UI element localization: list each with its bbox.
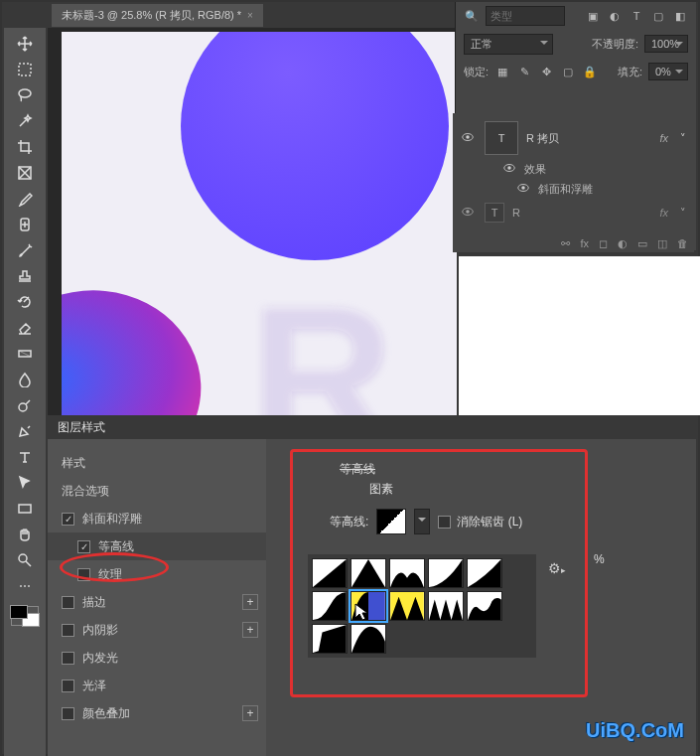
blur-tool[interactable]: [7, 368, 43, 391]
crop-tool[interactable]: [7, 135, 43, 159]
healing-tool[interactable]: [7, 213, 43, 236]
frame-tool[interactable]: [7, 161, 43, 185]
preset-cone[interactable]: [350, 558, 386, 588]
checkbox[interactable]: [62, 513, 74, 526]
checkbox[interactable]: [62, 680, 74, 692]
preset-ring[interactable]: [389, 591, 425, 621]
lock-position-icon[interactable]: ✎: [516, 64, 532, 79]
hand-tool[interactable]: [7, 523, 43, 546]
layer-name: R 拷贝: [526, 131, 559, 146]
layer-row[interactable]: T R fx ˅: [453, 199, 694, 227]
move-tool[interactable]: [7, 32, 43, 56]
preset-cone-inv[interactable]: [389, 558, 425, 588]
history-brush-tool[interactable]: [7, 290, 43, 314]
preset-cove-deep[interactable]: [428, 558, 464, 588]
contour-preview[interactable]: [376, 509, 406, 534]
style-item-contour[interactable]: 等高线: [48, 532, 266, 560]
mask-icon[interactable]: ◻: [599, 237, 608, 250]
rectangle-tool[interactable]: [7, 497, 43, 521]
fx-badge[interactable]: fx: [659, 207, 668, 219]
document-tab[interactable]: 未标题-3 @ 25.8% (R 拷贝, RGB/8) * ×: [52, 4, 263, 27]
document-canvas[interactable]: R: [62, 32, 457, 415]
lock-move-icon[interactable]: ✥: [538, 64, 554, 79]
zoom-tool[interactable]: [7, 548, 43, 572]
dodge-tool[interactable]: [7, 393, 43, 417]
contour-dropdown[interactable]: [414, 509, 430, 534]
tab-title: 未标题-3 @ 25.8% (R 拷贝, RGB/8) *: [62, 8, 241, 23]
style-item-blend[interactable]: 混合选项: [48, 477, 266, 505]
preset-gaussian[interactable]: [312, 591, 348, 621]
filter-image-icon[interactable]: ▣: [585, 8, 601, 24]
color-swatch[interactable]: [11, 606, 39, 626]
plus-icon[interactable]: +: [242, 705, 258, 721]
visibility-icon[interactable]: [516, 181, 532, 197]
plus-icon[interactable]: +: [242, 594, 258, 610]
type-tool[interactable]: [7, 445, 43, 469]
eyedropper-tool[interactable]: [7, 187, 43, 211]
path-select-tool[interactable]: [7, 471, 43, 495]
collapse-icon[interactable]: ˅: [680, 132, 686, 145]
eraser-tool[interactable]: [7, 316, 43, 340]
checkbox[interactable]: [77, 540, 90, 553]
layer-filter-input[interactable]: [486, 6, 565, 26]
stamp-tool[interactable]: [7, 264, 43, 288]
preset-cove-shallow[interactable]: [467, 558, 502, 588]
checkbox[interactable]: [62, 596, 74, 609]
lasso-tool[interactable]: [7, 83, 43, 107]
lock-all-icon[interactable]: 🔒: [582, 64, 598, 79]
preset-sawtooth[interactable]: [350, 624, 386, 654]
effect-bevel-row[interactable]: 斜面和浮雕: [453, 179, 694, 199]
fx-icon[interactable]: fx: [580, 237, 589, 250]
filter-smart-icon[interactable]: ◧: [672, 8, 688, 24]
filter-type-icon[interactable]: T: [629, 8, 644, 24]
antialias-checkbox[interactable]: [438, 516, 451, 529]
preset-rolling[interactable]: [467, 591, 502, 621]
style-item-bevel[interactable]: 斜面和浮雕: [48, 505, 266, 532]
new-layer-icon[interactable]: ◫: [657, 237, 667, 250]
checkbox[interactable]: [62, 624, 74, 637]
plus-icon[interactable]: +: [242, 622, 258, 638]
style-item-coloroverlay[interactable]: 颜色叠加+: [48, 699, 266, 727]
fill-input[interactable]: 0%: [648, 63, 688, 80]
visibility-icon[interactable]: [461, 130, 477, 146]
contour-section: 图素: [369, 481, 393, 498]
lock-pixels-icon[interactable]: ▦: [494, 64, 510, 79]
filter-adjust-icon[interactable]: ◐: [607, 8, 623, 24]
collapse-icon[interactable]: ˅: [680, 207, 686, 220]
style-item-innerglow[interactable]: 内发光: [48, 644, 266, 672]
style-item-styles[interactable]: 样式: [48, 449, 266, 477]
checkbox[interactable]: [62, 707, 74, 720]
effects-row[interactable]: 效果: [453, 159, 694, 179]
brush-tool[interactable]: [7, 238, 43, 262]
preset-linear[interactable]: [312, 558, 348, 588]
style-item-satin[interactable]: 光泽: [48, 672, 266, 699]
more-icon[interactable]: ⋯: [7, 574, 43, 598]
trash-icon[interactable]: 🗑: [677, 237, 688, 250]
style-item-innershadow[interactable]: 内阴影+: [48, 616, 266, 644]
lock-artboard-icon[interactable]: ▢: [560, 64, 576, 79]
group-icon[interactable]: ▭: [637, 237, 647, 250]
visibility-icon[interactable]: [502, 161, 518, 177]
opacity-input[interactable]: 100%: [644, 35, 688, 53]
link-icon[interactable]: ⚯: [561, 237, 570, 250]
style-item-stroke[interactable]: 描边+: [48, 588, 266, 616]
checkbox[interactable]: [77, 568, 90, 581]
adjustment-icon[interactable]: ◐: [618, 237, 628, 250]
preset-ring-double[interactable]: [428, 591, 464, 621]
search-icon[interactable]: 🔍: [464, 8, 480, 24]
gradient-tool[interactable]: [7, 342, 43, 366]
preset-rounded[interactable]: [312, 624, 348, 654]
layer-row[interactable]: T R 拷贝 fx ˅: [453, 117, 694, 159]
checkbox[interactable]: [62, 652, 74, 665]
style-item-texture[interactable]: 纹理: [48, 560, 266, 588]
wand-tool[interactable]: [7, 109, 43, 133]
fx-badge[interactable]: fx: [659, 132, 668, 144]
visibility-icon[interactable]: [461, 205, 477, 221]
close-icon[interactable]: ×: [247, 10, 253, 21]
marquee-tool[interactable]: [7, 58, 43, 81]
gear-icon[interactable]: ⚙▸: [548, 560, 566, 576]
filter-shape-icon[interactable]: ▢: [650, 8, 666, 24]
contour-presets: [308, 554, 536, 658]
pen-tool[interactable]: [7, 419, 43, 443]
blend-mode-dropdown[interactable]: 正常: [464, 34, 553, 55]
